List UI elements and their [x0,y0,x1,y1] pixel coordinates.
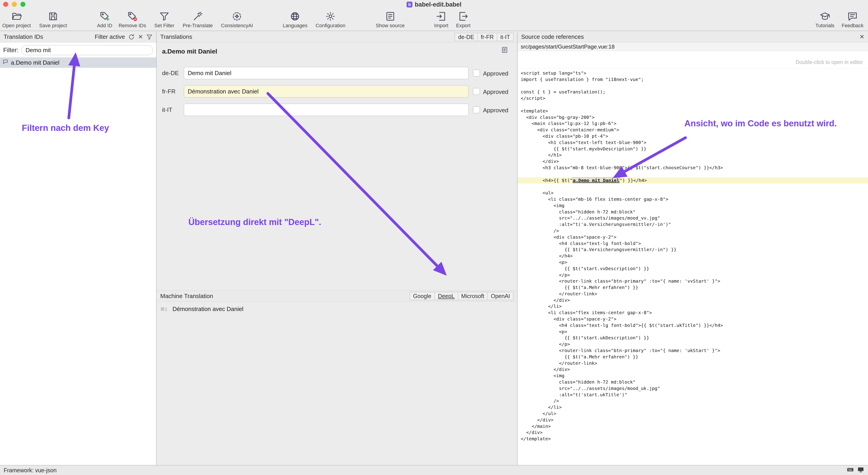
engine-openai[interactable]: OpenAI [487,292,514,300]
toolbar-label: Open project [2,23,31,29]
row-label-de: de-DE [162,70,179,77]
clear-filter-icon[interactable]: ✕ [138,33,143,40]
remove-ids-button[interactable]: Remove IDs [119,11,146,29]
set-filter-button[interactable]: Set Filter [154,11,174,29]
translation-id-label: a.Demo mit Daniel [11,59,59,66]
engine-deepl[interactable]: DeepL [434,292,458,300]
code-line [518,102,868,108]
approved-checkbox-fr[interactable] [473,88,480,95]
code-line: </ul> [518,411,868,417]
translation-input-de[interactable] [184,67,468,79]
filter-input[interactable] [21,45,153,55]
code-line: </script> [518,95,868,102]
code-line: {{ $t("start.vvDescription") }} [518,266,868,272]
save-icon [48,11,58,22]
approved-label: Approved [483,107,508,114]
display-icon[interactable] [857,466,864,475]
import-button[interactable]: Import [434,11,448,29]
code-line: <ul> [518,190,868,196]
engine-google[interactable]: Google [410,292,435,300]
code-line: <template> [518,108,868,114]
export-button[interactable]: Export [456,11,470,29]
code-line [518,83,868,89]
save-project-button[interactable]: Save project [39,11,67,29]
code-line [518,183,868,190]
translation-input-fr[interactable] [184,85,468,98]
code-line: :alt="t('a.Versicherungsvermittler/-in')… [518,222,868,228]
consistency-ai-button[interactable]: ConsistencyAI [221,11,253,29]
remove-tag-icon [127,11,137,22]
code-line: <h3 class="mb-8 text-blue-900">{{ $t("st… [518,165,868,171]
code-line: <p> [518,259,868,266]
code-line: const { t } = useTranslation(); [518,89,868,95]
approved-checkbox-it[interactable] [473,106,480,113]
translations-editor: a.Demo mit Daniel de-DE Approved fr-FR A… [157,42,517,280]
approved-checkbox-de[interactable] [473,70,480,76]
pre-translate-button[interactable]: Pre-Translate [183,11,213,29]
code-line: /> [518,228,868,234]
list-item[interactable]: a.Demo mit Daniel [0,57,156,68]
code-line: </div> [518,158,868,165]
code-line: <li class="flex items-center gap-x-8"> [518,310,868,316]
file-ref-text: src/pages/start/GuestStartPage.vue:18 [521,43,615,50]
toolbar-label: Import [434,23,448,29]
mt-suggestion-row[interactable]: ⌘1 Démonstration avec Daniel [157,302,517,313]
refresh-icon[interactable] [128,34,135,40]
code-line: <h1 class="text-left text-blue-900"> [518,139,868,146]
panel-title: Source code references [521,33,584,40]
filter-icon[interactable] [146,34,153,40]
mt-suggestion-text: Démonstration avec Daniel [173,306,243,313]
show-source-button[interactable]: Show source [376,11,404,29]
code-line: {{ $t("a.Mehr erfahren") }} [518,284,868,291]
titlebar: b babel-edit.babel [0,0,868,9]
languages-button[interactable]: Languages [283,11,308,29]
tab-fr-FR[interactable]: fr-FR [477,33,497,41]
row-label-fr: fr-FR [162,88,176,95]
translation-id-list: a.Demo mit Daniel [0,57,156,68]
toolbar-label: ConsistencyAI [221,23,253,29]
code-line: </div> [518,430,868,436]
toolbar-label: Show source [376,23,404,29]
open-project-button[interactable]: Open project [2,11,31,29]
sparkle-circle-icon [232,11,242,22]
translation-input-it[interactable] [184,104,468,116]
panel-title: Translation IDs [4,33,43,40]
export-icon [458,11,468,22]
toolbar-label: Export [456,23,470,29]
code-viewer[interactable]: Double-click to open in editor <script s… [518,51,868,465]
toolbar-label: Pre-Translate [183,23,213,29]
id-options-icon[interactable] [501,46,508,54]
code-reference-token[interactable]: a.Demo mit Daniel [573,177,620,183]
toolbar-label: Add ID [97,23,112,29]
translation-ids-panel: Translation IDs Filter active ✕ Filter: … [0,32,157,465]
import-icon [436,11,446,22]
code-line: <h4>{{ $t("a.Demo mit Daniel") }}</h4> [518,177,868,184]
filter-funnel-icon [159,11,169,22]
close-panel-icon[interactable]: ✕ [859,33,864,40]
code-line: </div> [518,366,868,373]
code-line: <h4 class="text-lg font-bold"> [518,240,868,247]
tutorials-button[interactable]: Tutorials [815,11,834,29]
code-line: </main> [518,423,868,430]
tab-de-DE[interactable]: de-DE [455,33,477,41]
tab-it-IT[interactable]: it-IT [497,33,514,41]
current-translation-id: a.Demo mit Daniel [162,48,217,55]
keyboard-icon[interactable] [847,466,854,475]
engine-microsoft[interactable]: Microsoft [458,292,488,300]
configuration-button[interactable]: Configuration [316,11,345,29]
feedback-button[interactable]: Feedback [842,11,864,29]
code-line: <li class="mb-16 flex items-center gap-x… [518,196,868,203]
status-bar: Framework: vue-json [0,465,868,475]
code-line: <img [518,203,868,209]
window-title: babel-edit.babel [415,1,462,8]
row-label-it: it-IT [162,106,172,113]
approved-label: Approved [483,70,508,77]
toolbar-label: Configuration [316,23,345,29]
code-line: {{ $t("a.Mehr erfahren") }} [518,354,868,360]
source-file-reference[interactable]: src/pages/start/GuestStartPage.vue:18 [518,42,868,51]
code-line: </p> [518,272,868,278]
code-line: <img [518,373,868,379]
code-line: class="hidden h-72 md:block" [518,379,868,385]
code-line: {{ $t("start.myvbvDescription") }} [518,146,868,152]
add-id-button[interactable]: Add ID [97,11,112,29]
